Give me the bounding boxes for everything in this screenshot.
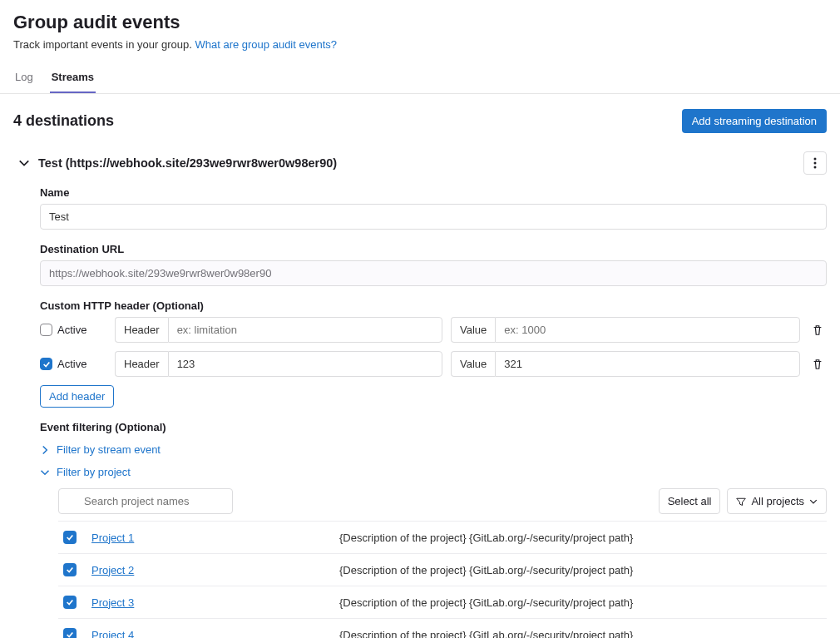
select-all-button[interactable]: Select all (659, 488, 721, 514)
project-desc: {Description of the project} {GitLab.org… (339, 564, 633, 576)
header-value-input[interactable] (495, 317, 800, 343)
subtitle-text: Track important events in your group. (13, 38, 195, 51)
svg-point-0 (814, 158, 817, 161)
project-link[interactable]: Project 4 (91, 629, 324, 639)
header-addon: Header (115, 317, 168, 343)
active-label: Active (57, 324, 86, 336)
collapse-icon[interactable] (18, 157, 30, 169)
trash-icon (812, 324, 823, 336)
headers-section-label: Custom HTTP header (Optional) (40, 299, 827, 312)
destinations-count: 4 destinations (13, 112, 114, 130)
delete-header-button[interactable] (808, 321, 827, 339)
project-row: Project 1 {Description of the project} {… (58, 521, 827, 554)
url-label: Destination URL (40, 243, 827, 255)
subtitle-link[interactable]: What are group audit events? (195, 38, 337, 51)
filter-by-project-toggle[interactable]: Filter by project (40, 461, 827, 483)
header-active-checkbox[interactable] (40, 324, 52, 336)
page-title: Group audit events (13, 12, 827, 33)
destination-menu-button[interactable] (803, 151, 827, 175)
name-input[interactable] (40, 204, 827, 230)
chevron-right-icon (40, 445, 50, 455)
project-desc: {Description of the project} {GitLab.org… (339, 532, 633, 544)
add-destination-button[interactable]: Add streaming destination (682, 109, 827, 133)
project-row: Project 3 {Description of the project} {… (58, 586, 827, 619)
check-icon (42, 360, 51, 368)
project-search-input[interactable] (58, 488, 233, 514)
filtering-section-label: Event filtering (Optional) (40, 421, 827, 433)
project-list: Project 1 {Description of the project} {… (58, 521, 827, 638)
header-name-input[interactable] (168, 351, 442, 377)
url-input[interactable] (40, 260, 827, 286)
check-icon (66, 631, 74, 638)
all-projects-label: All projects (751, 495, 804, 507)
project-checkbox[interactable] (63, 531, 77, 544)
filter-by-event-label: Filter by stream event (57, 443, 161, 456)
tabs: Log Streams (0, 62, 840, 94)
check-icon (66, 598, 74, 606)
header-active-checkbox[interactable] (40, 358, 52, 370)
project-checkbox[interactable] (63, 596, 77, 609)
header-name-input[interactable] (168, 317, 442, 343)
name-label: Name (40, 186, 827, 199)
active-label: Active (57, 358, 86, 370)
header-value-input[interactable] (495, 351, 800, 377)
value-addon: Value (451, 351, 495, 377)
svg-point-2 (814, 166, 817, 169)
project-link[interactable]: Project 2 (91, 564, 324, 576)
project-desc: {Description of the project} {GitLab.org… (339, 596, 633, 609)
destination-title: Test (https://webhook.site/293we9rwr8wer… (38, 156, 795, 170)
project-desc: {Description of the project} {GitLab.org… (339, 629, 633, 639)
chevron-down-icon (809, 497, 818, 506)
header-addon: Header (115, 351, 168, 377)
filter-by-event-toggle[interactable]: Filter by stream event (40, 438, 827, 461)
check-icon (66, 533, 74, 542)
filter-icon (736, 497, 746, 507)
project-row: Project 4 {Description of the project} {… (58, 619, 827, 638)
tab-log[interactable]: Log (13, 62, 35, 93)
trash-icon (812, 359, 823, 370)
chevron-down-icon (40, 467, 50, 477)
filter-by-project-label: Filter by project (57, 466, 131, 478)
project-link[interactable]: Project 1 (91, 532, 324, 544)
delete-header-button[interactable] (808, 355, 827, 373)
page-subtitle: Track important events in your group. Wh… (13, 38, 827, 51)
project-row: Project 2 {Description of the project} {… (58, 554, 827, 586)
project-checkbox[interactable] (63, 563, 77, 576)
project-checkbox[interactable] (63, 628, 77, 638)
value-addon: Value (451, 317, 495, 343)
add-header-button[interactable]: Add header (40, 385, 114, 408)
check-icon (66, 566, 74, 574)
all-projects-dropdown[interactable]: All projects (727, 488, 827, 514)
project-link[interactable]: Project 3 (91, 596, 324, 609)
svg-point-1 (814, 162, 817, 165)
kebab-icon (813, 157, 817, 169)
tab-streams[interactable]: Streams (50, 62, 96, 93)
